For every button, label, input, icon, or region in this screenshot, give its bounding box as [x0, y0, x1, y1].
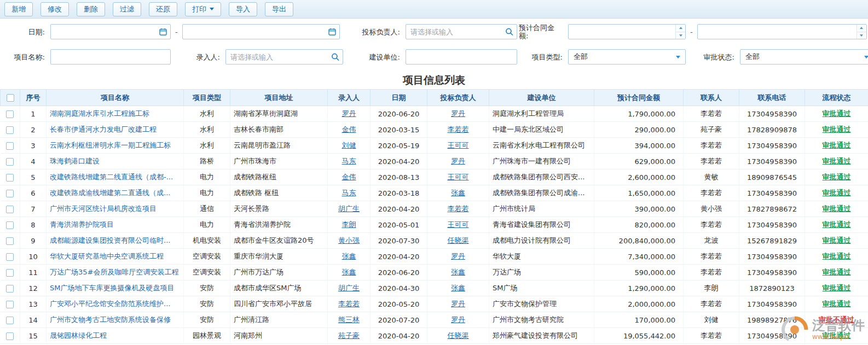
flow-status-link[interactable]: 审批通过	[823, 109, 851, 118]
search-icon[interactable]	[331, 53, 339, 61]
bid-manager-link[interactable]: 李若若	[448, 204, 469, 213]
toolbar-button-add[interactable]: 新增	[4, 2, 33, 16]
flow-status-link[interactable]: 审批通过	[823, 236, 851, 244]
date-from-input[interactable]	[50, 24, 171, 39]
entry-person-link[interactable]: 张鑫	[342, 268, 356, 276]
bid-manager-link[interactable]: 张鑫	[451, 268, 465, 276]
project-name-input[interactable]	[50, 49, 171, 65]
flow-status-link[interactable]: 审批通过	[823, 268, 851, 276]
flow-status-link[interactable]: 审批通过	[823, 331, 851, 340]
row-checkbox[interactable]	[6, 269, 14, 277]
bid-manager-link[interactable]: 罗丹	[451, 315, 465, 324]
number-stepper[interactable]	[675, 25, 685, 39]
stepper-up-icon[interactable]	[857, 25, 866, 32]
flow-status-link[interactable]: 审批通过	[823, 189, 851, 197]
flow-status-link[interactable]: 审批通过	[823, 141, 851, 149]
flow-status-link[interactable]: 审批通过	[823, 252, 851, 260]
row-checkbox[interactable]	[6, 158, 14, 166]
entry-person-link[interactable]: 熊三林	[338, 315, 360, 324]
bid-manager-link[interactable]: 任晓渠	[448, 331, 469, 340]
entry-person-link[interactable]: 金伟	[342, 173, 356, 181]
entry-person-link[interactable]: 胡广生	[338, 204, 360, 213]
entry-person-link[interactable]: 罗丹	[342, 109, 356, 118]
entry-person-link[interactable]: 张鑫	[342, 252, 356, 260]
entry-person-link[interactable]: 黄小强	[338, 236, 360, 244]
bid-manager-link[interactable]: 罗丹	[451, 300, 465, 308]
project-name-link[interactable]: 万达广场35#会所及咖啡厅空调安装工程	[50, 268, 178, 276]
entry-person-input[interactable]	[225, 49, 343, 65]
project-name-link[interactable]: 青海洪湖养护院项目	[50, 220, 114, 229]
bid-manager-link[interactable]: 王可可	[448, 173, 469, 181]
stepper-down-icon[interactable]	[676, 32, 685, 39]
construction-unit-input[interactable]	[406, 49, 517, 65]
bid-manager-link[interactable]: 王可可	[448, 220, 469, 229]
row-checkbox[interactable]	[6, 190, 14, 197]
row-checkbox[interactable]	[6, 126, 14, 134]
amount-to-input[interactable]	[697, 24, 867, 39]
flow-status-link[interactable]: 审批通过	[823, 125, 851, 133]
toolbar-button-print[interactable]: 打印	[185, 2, 221, 16]
row-checkbox[interactable]	[6, 332, 14, 340]
approval-status-select[interactable]: 全部	[740, 49, 868, 65]
project-name-link[interactable]: 改建铁路线增建第二线直通线（成都-...	[50, 173, 173, 181]
bid-manager-link[interactable]: 李若若	[448, 125, 469, 133]
stepper-down-icon[interactable]	[857, 32, 866, 39]
row-checkbox[interactable]	[6, 237, 14, 245]
bid-manager-link[interactable]: 罗丹	[451, 109, 465, 118]
bid-manager-link[interactable]: 张鑫	[451, 284, 465, 292]
stepper-up-icon[interactable]	[676, 25, 685, 32]
toolbar-button-import[interactable]: 导入	[229, 2, 257, 16]
select-all-checkbox[interactable]	[7, 94, 14, 102]
toolbar-button-filter[interactable]: 过滤	[113, 2, 141, 16]
flow-status-link[interactable]: 审批通过	[823, 300, 851, 308]
flow-status-link[interactable]: 审批通过	[823, 220, 851, 229]
flow-status-link[interactable]: 审批通过	[823, 284, 851, 292]
flow-status-link[interactable]: 审批不通过	[819, 315, 854, 324]
flow-status-link[interactable]: 审批通过	[823, 204, 851, 213]
entry-person-link[interactable]: 金伟	[342, 125, 356, 133]
row-checkbox[interactable]	[6, 317, 14, 324]
amount-from-input[interactable]	[568, 24, 686, 39]
project-name-link[interactable]: 改建铁路成渝线增建第二直通线（成...	[50, 189, 170, 197]
entry-person-link[interactable]: 苑子豪	[338, 331, 360, 340]
entry-person-link[interactable]: 马东	[342, 189, 356, 197]
number-stepper[interactable]	[857, 25, 866, 39]
entry-person-link[interactable]: 李朗	[342, 220, 356, 229]
row-checkbox[interactable]	[6, 206, 14, 213]
project-name-link[interactable]: 长春市伊通河水力发电厂改建工程	[50, 125, 157, 133]
toolbar-button-edit[interactable]: 修改	[40, 2, 69, 16]
bid-manager-link[interactable]: 王可可	[448, 141, 469, 149]
row-checkbox[interactable]	[6, 110, 14, 118]
bid-manager-link[interactable]: 张鑫	[451, 189, 465, 197]
toolbar-button-export[interactable]: 导出	[265, 2, 293, 16]
project-name-link[interactable]: 华软大厦研究基地中央空调系统工程	[50, 252, 164, 260]
row-checkbox[interactable]	[6, 174, 14, 182]
project-name-link[interactable]: 广州市文物考古工地安防系统设备保修	[50, 315, 171, 324]
project-name-link[interactable]: 成都能源建设集团投资有限公司临时...	[50, 236, 170, 244]
row-checkbox[interactable]	[6, 253, 14, 261]
entry-person-link[interactable]: 胡广生	[338, 284, 360, 292]
bid-manager-input[interactable]	[406, 24, 517, 39]
flow-status-link[interactable]: 审批通过	[823, 173, 851, 181]
row-checkbox[interactable]	[6, 285, 14, 293]
toolbar-button-delete[interactable]: 删除	[77, 2, 105, 16]
project-name-link[interactable]: 珠海鹤港口建设	[50, 157, 100, 165]
flow-status-link[interactable]: 审批通过	[823, 157, 851, 165]
project-name-link[interactable]: 广州市天河区统计局机房改造项目	[50, 204, 157, 213]
date-to-input[interactable]	[182, 24, 340, 39]
project-name-link[interactable]: 湖南洞庭湖水库引水工程施工标	[50, 109, 149, 118]
bid-manager-link[interactable]: 任晓渠	[448, 236, 469, 244]
project-name-link[interactable]: 广安邓小平纪念馆安全防范系统维护...	[50, 300, 170, 308]
entry-person-link[interactable]: 刘健	[342, 141, 356, 149]
project-name-link[interactable]: SM广场地下车库更换摄像机及硬盘项目	[50, 284, 174, 292]
calendar-icon[interactable]	[159, 28, 167, 36]
project-name-link[interactable]: 云南水利枢纽潜明水库一期工程施工标	[50, 141, 171, 149]
calendar-icon[interactable]	[328, 28, 336, 36]
search-icon[interactable]	[505, 28, 513, 36]
project-name-link[interactable]: 晟铭园林绿化工程	[50, 331, 107, 340]
bid-manager-link[interactable]: 罗丹	[451, 252, 465, 260]
project-type-select[interactable]: 全部	[568, 49, 686, 65]
bid-manager-link[interactable]: 罗丹	[451, 157, 465, 165]
row-checkbox[interactable]	[6, 301, 14, 308]
entry-person-link[interactable]: 李若若	[338, 300, 360, 308]
